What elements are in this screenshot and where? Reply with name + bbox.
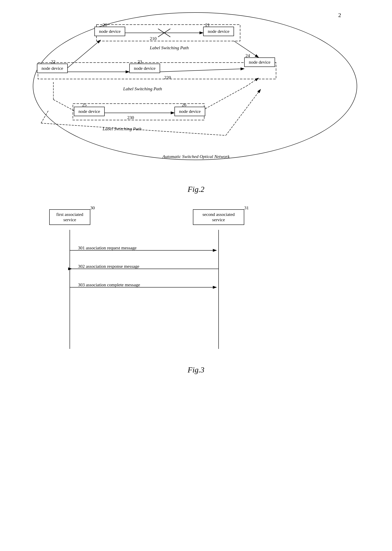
node-device-23: node device xyxy=(129,64,160,73)
node-24-ref: 24 xyxy=(245,53,250,58)
service-box-1: first associatedservice xyxy=(49,209,90,225)
node-device-24: node device xyxy=(244,57,275,67)
node-23-ref: 23 xyxy=(138,59,142,64)
service-box-2: second associatedservice xyxy=(193,209,244,225)
node-26-ref: 26 xyxy=(182,102,186,108)
fig3-svg: 301 association request message 302 asso… xyxy=(21,205,371,361)
ason-ellipse xyxy=(33,12,357,160)
node-device-21: node device xyxy=(203,27,234,36)
svg-text:303 association complete messa: 303 association complete message xyxy=(78,282,140,287)
fig2-number: 2 xyxy=(338,12,341,19)
node-20-ref: 20 xyxy=(103,22,107,28)
fig2-diagram: 2 210 Label Switching Path 220 xyxy=(21,8,371,185)
node-22-ref: 22 xyxy=(51,59,56,64)
fig3-caption: Fig.3 xyxy=(21,365,371,374)
fig3-diagram: first associatedservice 30 second associ… xyxy=(21,205,371,361)
node-device-26: node device xyxy=(175,107,205,116)
node-device-25: node device xyxy=(74,107,105,116)
svg-text:301 association request messag: 301 association request message xyxy=(78,245,136,250)
node-device-20: node device xyxy=(94,27,125,36)
service1-ref: 30 xyxy=(90,205,95,210)
service2-ref: 31 xyxy=(244,205,249,210)
node-25-ref: 25 xyxy=(82,102,87,108)
svg-text:302 association response messa: 302 association response message xyxy=(78,264,139,269)
node-21-ref: 21 xyxy=(205,22,210,28)
fig2-caption: Fig.2 xyxy=(21,185,371,194)
node-device-22: node device xyxy=(37,64,68,73)
